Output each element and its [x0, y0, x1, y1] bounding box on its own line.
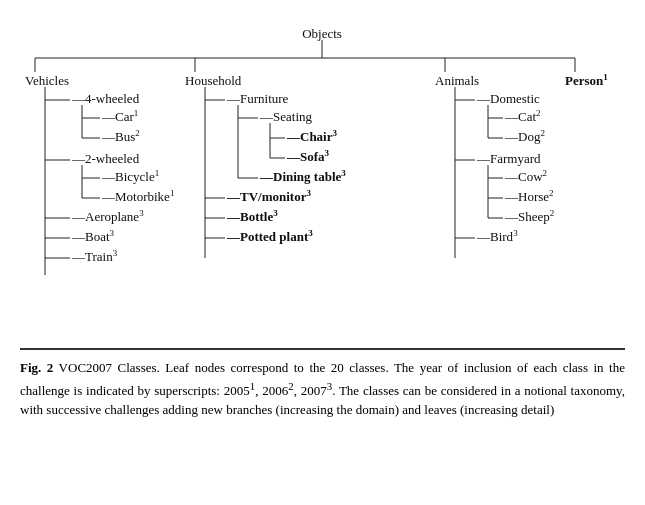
- node-sofa: —Sofa3: [286, 148, 330, 164]
- node-motorbike: —Motorbike1: [101, 188, 174, 204]
- node-chair: —Chair3: [286, 128, 338, 144]
- node-domestic: —Domestic: [476, 91, 540, 106]
- caption-text2: , 2006: [255, 383, 288, 398]
- node-2wheeled: —2-wheeled: [71, 151, 140, 166]
- node-horse: —Horse2: [504, 188, 554, 204]
- figure-label: Fig. 2: [20, 360, 53, 375]
- node-farmyard: —Farmyard: [476, 151, 541, 166]
- node-boat: —Boat3: [71, 228, 115, 244]
- taxonomy-svg: text { font-family: "Times New Roman", T…: [20, 20, 625, 330]
- node-pottedplant: —Potted plant3: [226, 228, 313, 244]
- node-sheep: —Sheep2: [504, 208, 554, 224]
- figure-caption: Fig. 2 VOC2007 Classes. Leaf nodes corre…: [20, 348, 625, 420]
- node-cat: —Cat2: [504, 108, 541, 124]
- tree-diagram: text { font-family: "Times New Roman", T…: [20, 10, 625, 334]
- node-bus: —Bus2: [101, 128, 140, 144]
- node-bird: —Bird3: [476, 228, 518, 244]
- node-bottle: —Bottle3: [226, 208, 278, 224]
- caption-text3: , 2007: [294, 383, 327, 398]
- node-objects: Objects: [302, 26, 342, 41]
- node-cow: —Cow2: [504, 168, 547, 184]
- node-dog: —Dog2: [504, 128, 545, 144]
- node-vehicles: Vehicles: [25, 73, 69, 88]
- node-diningtable: —Dining table3: [259, 168, 346, 184]
- node-seating: —Seating: [259, 109, 312, 124]
- node-car: —Car1: [101, 108, 138, 124]
- node-aeroplane: —Aeroplane3: [71, 208, 144, 224]
- node-4wheeled: —4-wheeled: [71, 91, 140, 106]
- node-person: Person1: [565, 72, 608, 88]
- node-household: Household: [185, 73, 242, 88]
- node-train: —Train3: [71, 248, 118, 264]
- node-bicycle: —Bicycle1: [101, 168, 159, 184]
- node-animals: Animals: [435, 73, 479, 88]
- node-tvmonitor: —TV/monitor3: [226, 188, 311, 204]
- node-furniture: —Furniture: [226, 91, 289, 106]
